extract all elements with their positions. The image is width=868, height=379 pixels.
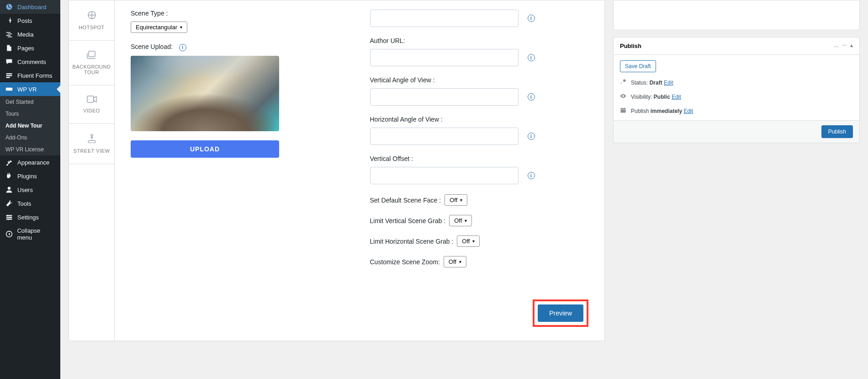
tools-icon: [5, 200, 14, 207]
plugins-icon: [5, 172, 14, 180]
side-tab-street-view[interactable]: STREET VIEW: [69, 124, 114, 164]
submenu-add-new-tour[interactable]: Add New Tour: [0, 120, 60, 132]
upload-button[interactable]: UPLOAD: [131, 140, 279, 158]
sidebar-item-collapse[interactable]: Collapse menu: [0, 224, 60, 244]
calendar-icon: [620, 107, 627, 115]
info-icon[interactable]: i: [528, 133, 535, 140]
key-icon: [620, 79, 627, 86]
sidebar-item-wpvr[interactable]: WP VR: [0, 82, 60, 96]
preview-highlight: Preview: [533, 299, 588, 327]
sidebar-label: Fluent Forms: [17, 72, 53, 79]
publish-title: Publish: [620, 43, 641, 49]
sidebar-item-plugins[interactable]: Plugins: [0, 169, 60, 183]
save-draft-button[interactable]: Save Draft: [620, 60, 656, 72]
preview-button[interactable]: Preview: [538, 304, 583, 322]
top-input[interactable]: [370, 10, 519, 27]
side-tab-label: BACKGROUND TOUR: [73, 64, 111, 75]
pages-icon: [5, 44, 14, 52]
info-icon[interactable]: i: [528, 172, 535, 179]
publish-button[interactable]: Publish: [821, 125, 853, 138]
info-icon[interactable]: i: [528, 15, 535, 22]
svg-rect-15: [89, 51, 95, 57]
scene-type-value: Equirectangular: [136, 24, 177, 31]
svg-point-10: [8, 219, 9, 220]
author-url-input[interactable]: [370, 49, 519, 66]
haov-input[interactable]: [370, 128, 519, 145]
sidebar-item-posts[interactable]: Posts: [0, 14, 60, 27]
schedule-line: Publish immediately Edit: [620, 107, 853, 115]
sidebar-item-comments[interactable]: Comments: [0, 55, 60, 69]
sidebar-submenu: Get Started Tours Add New Tour Add-Ons W…: [0, 96, 60, 155]
submenu-license[interactable]: WP VR License: [0, 144, 60, 155]
sidebar-label: Tools: [17, 200, 31, 207]
lhgrab-select[interactable]: Off ▾: [457, 235, 480, 247]
sidebar-label: Media: [17, 31, 33, 38]
sidebar-label: Posts: [17, 17, 32, 24]
status-line: Status: Draft Edit: [620, 79, 853, 86]
vaov-input[interactable]: [370, 88, 519, 106]
submenu-get-started[interactable]: Get Started: [0, 96, 60, 108]
svg-rect-1: [6, 75, 12, 76]
zoom-label: Customize Scene Zoom:: [370, 258, 440, 266]
side-tab-label: HOTSPOT: [79, 25, 105, 30]
sidebar-label: Plugins: [17, 173, 37, 180]
sidebar-item-tools[interactable]: Tools: [0, 197, 60, 210]
forms-icon: [5, 72, 14, 79]
side-tab-hotspot[interactable]: HOTSPOT: [69, 0, 114, 41]
edit-visibility-link[interactable]: Edit: [672, 94, 681, 100]
comments-icon: [5, 58, 14, 65]
scene-upload-label: Scene Upload: i: [131, 43, 349, 51]
default-face-select[interactable]: Off ▾: [445, 194, 467, 206]
users-icon: [5, 186, 14, 193]
eye-icon: [620, 93, 627, 101]
sidebar-item-dashboard[interactable]: Dashboard: [0, 0, 60, 14]
collapse-icon: [5, 230, 13, 238]
author-url-label: Author URL:: [370, 37, 589, 44]
lvgrab-select[interactable]: Off ▾: [449, 215, 472, 226]
side-tab-video[interactable]: VIDEO: [69, 85, 114, 124]
sidebar-label: WP VR: [17, 86, 37, 93]
info-icon[interactable]: i: [528, 93, 535, 101]
appearance-icon: [5, 159, 14, 166]
sidebar-item-settings[interactable]: Settings: [0, 210, 60, 224]
info-icon[interactable]: i: [179, 44, 186, 51]
scene-type-select[interactable]: Equirectangular ▾: [131, 21, 187, 33]
sidebar-item-pages[interactable]: Pages: [0, 41, 60, 55]
voffset-input[interactable]: [370, 167, 519, 184]
scene-preview-image: [131, 56, 279, 131]
zoom-select[interactable]: Off ▾: [444, 256, 466, 267]
svg-point-17: [91, 134, 93, 136]
side-tabs: HOTSPOT BACKGROUND TOUR VIDEO STREET VIE…: [69, 0, 115, 341]
media-icon: [5, 31, 14, 38]
svg-rect-16: [87, 96, 94, 102]
visibility-line: Visibility: Public Edit: [620, 93, 853, 101]
edit-schedule-link[interactable]: Edit: [683, 108, 693, 114]
sidebar-label: Dashboard: [17, 4, 47, 11]
voffset-label: Vertical Offset :: [370, 155, 589, 162]
panel-up-icon[interactable]: ︿: [834, 42, 839, 50]
sidebar-label: Settings: [17, 214, 39, 221]
submenu-addons[interactable]: Add-Ons: [0, 132, 60, 144]
chevron-down-icon: ▾: [472, 239, 475, 244]
edit-status-link[interactable]: Edit: [664, 80, 673, 86]
svg-point-18: [623, 79, 626, 82]
admin-sidebar: Dashboard Posts Media Pages Comments Flu…: [0, 0, 60, 349]
sidebar-item-media[interactable]: Media: [0, 27, 60, 41]
lhgrab-label: Limit Horizontal Scene Grab :: [370, 238, 454, 245]
settings-icon: [5, 214, 14, 221]
info-icon[interactable]: i: [528, 54, 535, 61]
svg-rect-2: [6, 77, 10, 78]
panel-toggle-icon[interactable]: ▴: [850, 42, 853, 50]
svg-rect-0: [6, 73, 12, 74]
svg-rect-3: [6, 88, 12, 91]
sidebar-item-users[interactable]: Users: [0, 183, 60, 197]
lvgrab-label: Limit Vertical Scene Grab :: [370, 217, 446, 224]
sidebar-item-fluent-forms[interactable]: Fluent Forms: [0, 69, 60, 82]
submenu-tours[interactable]: Tours: [0, 108, 60, 120]
sidebar-item-appearance[interactable]: Appearance: [0, 155, 60, 169]
empty-metabox: [613, 0, 860, 30]
panel-down-icon[interactable]: ﹀: [842, 42, 847, 50]
background-tour-icon: [87, 51, 97, 61]
side-tab-background-tour[interactable]: BACKGROUND TOUR: [69, 41, 114, 85]
sidebar-label: Comments: [17, 59, 46, 65]
